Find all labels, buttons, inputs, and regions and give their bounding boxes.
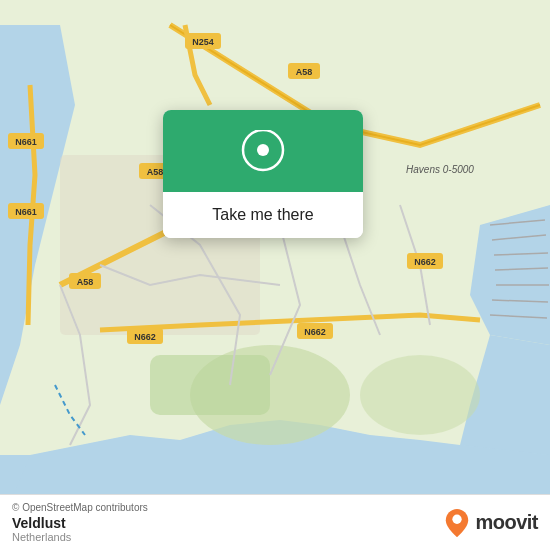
attribution-text: © OpenStreetMap contributors [12, 502, 148, 513]
svg-text:N662: N662 [134, 332, 156, 342]
bottom-left-info: © OpenStreetMap contributors Veldlust Ne… [12, 502, 148, 543]
location-pin-icon [241, 130, 285, 174]
location-name: Veldlust [12, 515, 148, 531]
map-container: N254 A58 A58 A58 N661 N661 N662 N662 N66… [0, 0, 550, 550]
bottom-bar: © OpenStreetMap contributors Veldlust Ne… [0, 494, 550, 550]
moovit-pin-icon [445, 509, 469, 537]
svg-point-8 [360, 355, 480, 435]
svg-point-38 [453, 514, 462, 523]
svg-text:N661: N661 [15, 137, 37, 147]
location-detail: Netherlands [12, 531, 148, 543]
popup-header [163, 110, 363, 192]
svg-point-37 [257, 144, 269, 156]
svg-text:Havens 0-5000: Havens 0-5000 [406, 164, 474, 175]
svg-text:A58: A58 [77, 277, 94, 287]
popup-card: Take me there [163, 110, 363, 238]
svg-rect-7 [150, 355, 270, 415]
svg-text:N662: N662 [414, 257, 436, 267]
moovit-logo: moovit [445, 509, 538, 537]
svg-text:A58: A58 [147, 167, 164, 177]
map-background: N254 A58 A58 A58 N661 N661 N662 N662 N66… [0, 0, 550, 550]
take-me-there-button[interactable]: Take me there [163, 192, 363, 238]
svg-text:A58: A58 [296, 67, 313, 77]
svg-text:N662: N662 [304, 327, 326, 337]
moovit-text: moovit [475, 511, 538, 534]
svg-text:N661: N661 [15, 207, 37, 217]
svg-text:N254: N254 [192, 37, 214, 47]
